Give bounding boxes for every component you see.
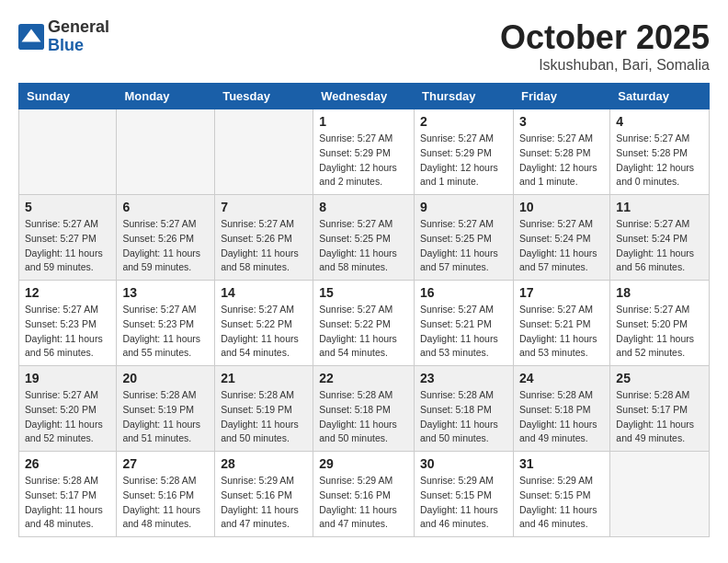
day-number: 30 — [420, 456, 507, 471]
calendar-cell: 25Sunrise: 5:28 AMSunset: 5:17 PMDayligh… — [610, 366, 710, 452]
calendar-cell: 13Sunrise: 5:27 AMSunset: 5:23 PMDayligh… — [117, 281, 215, 366]
calendar-cell: 8Sunrise: 5:27 AMSunset: 5:25 PMDaylight… — [313, 195, 415, 281]
day-number: 14 — [221, 285, 307, 300]
calendar-cell: 9Sunrise: 5:27 AMSunset: 5:25 PMDaylight… — [415, 195, 514, 281]
day-info: Sunrise: 5:27 AMSunset: 5:24 PMDaylight:… — [519, 217, 604, 275]
calendar-cell: 22Sunrise: 5:28 AMSunset: 5:18 PMDayligh… — [313, 366, 415, 452]
day-number: 13 — [122, 285, 209, 300]
day-info: Sunrise: 5:28 AMSunset: 5:17 PMDaylight:… — [25, 474, 110, 532]
day-info: Sunrise: 5:27 AMSunset: 5:21 PMDaylight:… — [420, 303, 507, 361]
day-number: 5 — [25, 200, 110, 214]
weekday-header-monday: Monday — [117, 84, 215, 109]
calendar-cell — [117, 109, 215, 195]
day-number: 31 — [519, 456, 604, 471]
day-number: 22 — [319, 371, 408, 385]
day-info: Sunrise: 5:29 AMSunset: 5:15 PMDaylight:… — [519, 474, 604, 532]
calendar-cell: 20Sunrise: 5:28 AMSunset: 5:19 PMDayligh… — [117, 366, 215, 452]
day-info: Sunrise: 5:28 AMSunset: 5:19 PMDaylight:… — [122, 388, 209, 446]
day-info: Sunrise: 5:29 AMSunset: 5:15 PMDaylight:… — [420, 474, 507, 532]
day-info: Sunrise: 5:29 AMSunset: 5:16 PMDaylight:… — [221, 474, 307, 532]
calendar-cell: 12Sunrise: 5:27 AMSunset: 5:23 PMDayligh… — [19, 281, 117, 366]
day-number: 18 — [616, 285, 703, 300]
weekday-header-saturday: Saturday — [610, 84, 710, 109]
calendar-week-row: 19Sunrise: 5:27 AMSunset: 5:20 PMDayligh… — [19, 366, 710, 452]
day-info: Sunrise: 5:27 AMSunset: 5:29 PMDaylight:… — [420, 132, 507, 190]
page-header: General Blue October 2025 Iskushuban, Ba… — [18, 18, 710, 74]
day-number: 10 — [519, 200, 604, 214]
logo-text: General Blue — [48, 18, 109, 55]
weekday-header-tuesday: Tuesday — [215, 84, 313, 109]
month-title: October 2025 — [500, 18, 710, 57]
day-number: 15 — [319, 285, 408, 300]
day-number: 23 — [420, 371, 507, 385]
weekday-header-thursday: Thursday — [415, 84, 514, 109]
calendar-week-row: 5Sunrise: 5:27 AMSunset: 5:27 PMDaylight… — [19, 195, 710, 281]
day-number: 4 — [616, 114, 703, 129]
day-number: 9 — [420, 200, 507, 214]
calendar-cell: 30Sunrise: 5:29 AMSunset: 5:15 PMDayligh… — [415, 452, 514, 537]
day-number: 29 — [319, 456, 408, 471]
day-info: Sunrise: 5:28 AMSunset: 5:16 PMDaylight:… — [122, 474, 209, 532]
calendar-cell: 31Sunrise: 5:29 AMSunset: 5:15 PMDayligh… — [513, 452, 609, 537]
calendar-cell: 18Sunrise: 5:27 AMSunset: 5:20 PMDayligh… — [610, 281, 710, 366]
day-info: Sunrise: 5:27 AMSunset: 5:29 PMDaylight:… — [319, 132, 408, 190]
day-info: Sunrise: 5:29 AMSunset: 5:16 PMDaylight:… — [319, 474, 408, 532]
day-info: Sunrise: 5:27 AMSunset: 5:26 PMDaylight:… — [221, 217, 307, 275]
day-info: Sunrise: 5:27 AMSunset: 5:20 PMDaylight:… — [25, 388, 110, 446]
day-info: Sunrise: 5:27 AMSunset: 5:28 PMDaylight:… — [616, 132, 703, 190]
weekday-header-row: SundayMondayTuesdayWednesdayThursdayFrid… — [19, 84, 710, 109]
calendar-week-row: 1Sunrise: 5:27 AMSunset: 5:29 PMDaylight… — [19, 109, 710, 195]
calendar-week-row: 26Sunrise: 5:28 AMSunset: 5:17 PMDayligh… — [19, 452, 710, 537]
calendar-cell: 17Sunrise: 5:27 AMSunset: 5:21 PMDayligh… — [513, 281, 609, 366]
day-info: Sunrise: 5:27 AMSunset: 5:20 PMDaylight:… — [616, 303, 703, 361]
day-info: Sunrise: 5:27 AMSunset: 5:21 PMDaylight:… — [519, 303, 604, 361]
calendar-cell: 16Sunrise: 5:27 AMSunset: 5:21 PMDayligh… — [415, 281, 514, 366]
day-number: 20 — [122, 371, 209, 385]
weekday-header-wednesday: Wednesday — [313, 84, 415, 109]
weekday-header-sunday: Sunday — [19, 84, 117, 109]
day-info: Sunrise: 5:27 AMSunset: 5:26 PMDaylight:… — [122, 217, 209, 275]
calendar-cell: 15Sunrise: 5:27 AMSunset: 5:22 PMDayligh… — [313, 281, 415, 366]
day-number: 1 — [319, 114, 408, 129]
day-number: 8 — [319, 200, 408, 214]
calendar-cell: 19Sunrise: 5:27 AMSunset: 5:20 PMDayligh… — [19, 366, 117, 452]
day-number: 26 — [25, 456, 110, 471]
day-number: 16 — [420, 285, 507, 300]
day-info: Sunrise: 5:28 AMSunset: 5:18 PMDaylight:… — [420, 388, 507, 446]
calendar-cell — [215, 109, 313, 195]
day-info: Sunrise: 5:27 AMSunset: 5:25 PMDaylight:… — [420, 217, 507, 275]
day-info: Sunrise: 5:27 AMSunset: 5:22 PMDaylight:… — [221, 303, 307, 361]
day-number: 11 — [616, 200, 703, 214]
calendar-cell: 11Sunrise: 5:27 AMSunset: 5:24 PMDayligh… — [610, 195, 710, 281]
day-number: 25 — [616, 371, 703, 385]
day-number: 7 — [221, 200, 307, 214]
calendar-cell: 10Sunrise: 5:27 AMSunset: 5:24 PMDayligh… — [513, 195, 609, 281]
calendar-cell: 28Sunrise: 5:29 AMSunset: 5:16 PMDayligh… — [215, 452, 313, 537]
calendar-cell: 1Sunrise: 5:27 AMSunset: 5:29 PMDaylight… — [313, 109, 415, 195]
day-info: Sunrise: 5:27 AMSunset: 5:27 PMDaylight:… — [25, 217, 110, 275]
calendar-cell: 6Sunrise: 5:27 AMSunset: 5:26 PMDaylight… — [117, 195, 215, 281]
day-number: 19 — [25, 371, 110, 385]
calendar-cell: 5Sunrise: 5:27 AMSunset: 5:27 PMDaylight… — [19, 195, 117, 281]
calendar-cell — [19, 109, 117, 195]
day-info: Sunrise: 5:27 AMSunset: 5:22 PMDaylight:… — [319, 303, 408, 361]
calendar-week-row: 12Sunrise: 5:27 AMSunset: 5:23 PMDayligh… — [19, 281, 710, 366]
day-number: 28 — [221, 456, 307, 471]
day-number: 27 — [122, 456, 209, 471]
day-number: 17 — [519, 285, 604, 300]
day-number: 21 — [221, 371, 307, 385]
calendar-cell: 21Sunrise: 5:28 AMSunset: 5:19 PMDayligh… — [215, 366, 313, 452]
calendar-cell — [610, 452, 710, 537]
day-info: Sunrise: 5:27 AMSunset: 5:23 PMDaylight:… — [25, 303, 110, 361]
day-info: Sunrise: 5:28 AMSunset: 5:18 PMDaylight:… — [519, 388, 604, 446]
weekday-header-friday: Friday — [513, 84, 609, 109]
location: Iskushuban, Bari, Somalia — [500, 57, 710, 74]
logo-blue: Blue — [48, 37, 109, 55]
logo-icon — [18, 24, 44, 50]
calendar-cell: 29Sunrise: 5:29 AMSunset: 5:16 PMDayligh… — [313, 452, 415, 537]
day-info: Sunrise: 5:27 AMSunset: 5:25 PMDaylight:… — [319, 217, 408, 275]
calendar-cell: 4Sunrise: 5:27 AMSunset: 5:28 PMDaylight… — [610, 109, 710, 195]
day-number: 2 — [420, 114, 507, 129]
day-number: 6 — [122, 200, 209, 214]
day-info: Sunrise: 5:28 AMSunset: 5:18 PMDaylight:… — [319, 388, 408, 446]
